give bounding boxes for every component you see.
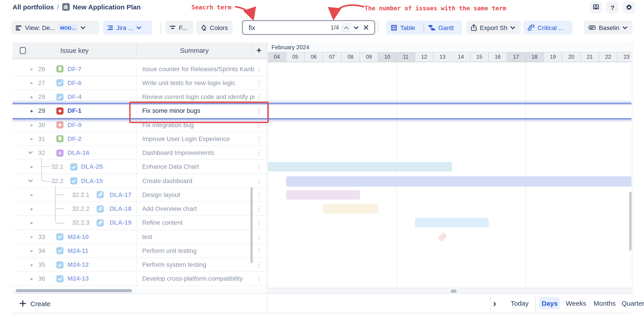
column-header-issue-key[interactable]: Issue key	[12, 43, 136, 59]
search-next-icon[interactable]	[351, 23, 361, 33]
issue-key-link[interactable]: M24-10	[68, 230, 89, 244]
today-button[interactable]: Today	[506, 294, 533, 313]
row-menu-icon[interactable]: ⋮	[254, 272, 264, 286]
zoom-level-days[interactable]: Days	[539, 297, 560, 309]
issue-key-link[interactable]: DLA-16	[68, 146, 90, 160]
expand-panel-button[interactable]: ›	[486, 294, 503, 313]
issue-key-link[interactable]: DF-1	[68, 104, 82, 118]
summary-cell[interactable]: Improve User Login Experience	[136, 132, 254, 146]
issue-key-link[interactable]: M24-13	[68, 272, 89, 286]
panel-divider[interactable]	[267, 43, 268, 293]
gantt-bar-DLA-18[interactable]	[323, 204, 378, 213]
help-icon[interactable]: ?	[606, 1, 618, 14]
row-menu-icon[interactable]: ⋮	[254, 174, 264, 188]
row-menu-icon[interactable]: ⋮	[254, 230, 264, 244]
search-close-icon[interactable]	[361, 23, 371, 33]
gantt-bar-DLA-15[interactable]	[286, 176, 632, 186]
gantt-bar-DLA-19[interactable]	[415, 218, 488, 228]
colors-button[interactable]: Colors	[196, 21, 232, 35]
summary-cell[interactable]: Refine content	[136, 216, 254, 230]
summary-cell[interactable]: Write unit tests for new login logic	[136, 76, 254, 90]
table-row-DLA-17[interactable]: 32.2.1DLA-17Design layout⋮	[12, 188, 267, 202]
table-row-DF-1[interactable]: 29DF-1Fix some minor bugs⋮	[12, 104, 267, 118]
row-menu-icon[interactable]: ⋮	[254, 160, 264, 174]
gantt-vscroll-thumb[interactable]	[629, 192, 632, 251]
gantt-bar-DLA-17[interactable]	[286, 190, 360, 200]
row-menu-icon[interactable]: ⋮	[254, 202, 264, 216]
summary-cell[interactable]: Add Overview chart	[136, 202, 254, 216]
filter-label: F...	[179, 24, 187, 31]
summary-cell[interactable]: Design layout	[136, 188, 254, 202]
issue-key-link[interactable]: DLA-25	[81, 160, 103, 174]
table-row-M24-10[interactable]: 33M24-10test⋮	[12, 230, 267, 244]
create-button[interactable]: Create	[20, 294, 50, 313]
table-view-button[interactable]: Table	[386, 21, 424, 35]
row-menu-icon[interactable]: ⋮	[254, 104, 264, 118]
summary-cell[interactable]: Issue counter for Releases/Sprints Kanba…	[136, 62, 254, 76]
table-hscroll-thumb[interactable]	[16, 289, 132, 292]
row-menu-icon[interactable]: ⋮	[254, 90, 264, 104]
table-row-DF-9[interactable]: 30DF-9Fix integration bug⋮	[12, 118, 267, 132]
issue-key-link[interactable]: M24-12	[68, 258, 89, 272]
issue-key-link[interactable]: DF-6	[68, 76, 82, 90]
summary-cell[interactable]: Dashboard Improvements	[136, 146, 254, 160]
jira-dropdown[interactable]: Jira ...	[103, 21, 152, 35]
table-row-DLA-18[interactable]: 32.2.2DLA-18Add Overview chart⋮	[12, 202, 267, 216]
zoom-level-quarters[interactable]: Quarters	[620, 294, 644, 313]
summary-cell[interactable]: test	[136, 230, 254, 244]
table-row-M24-11[interactable]: 34M24-11Perform unit testing⋮	[12, 244, 267, 258]
table-row-DF-2[interactable]: 31DF-2Improve User Login Experience⋮	[12, 132, 267, 146]
row-menu-icon[interactable]: ⋮	[254, 216, 264, 230]
issue-key-link[interactable]: DLA-17	[110, 188, 132, 202]
summary-cell[interactable]: Develop cross-platform compatibility	[136, 272, 254, 286]
issue-key-link[interactable]: DF-4	[68, 90, 82, 104]
baseline-dropdown[interactable]: Baselin	[584, 21, 632, 35]
issue-key-link[interactable]: DF-7	[68, 62, 82, 76]
row-menu-icon[interactable]: ⋮	[254, 146, 264, 160]
critical-path-button[interactable]: Critical ...	[523, 21, 572, 35]
table-row-DLA-19[interactable]: 32.2.3DLA-19Refine content⋮	[12, 216, 267, 230]
summary-cell[interactable]: Perform system testing	[136, 258, 254, 272]
issue-key-link[interactable]: M24-11	[68, 244, 88, 258]
issue-key-link[interactable]: DF-9	[68, 118, 82, 132]
issue-key-link[interactable]: DLA-18	[110, 202, 132, 216]
table-row-M24-13[interactable]: 36M24-13Develop cross-platform compatibi…	[12, 272, 267, 286]
table-row-M24-12[interactable]: 35M24-12Perform system testing⋮	[12, 258, 267, 272]
row-menu-icon[interactable]: ⋮	[254, 132, 264, 146]
table-row-DF-7[interactable]: 26DF-7Issue counter for Releases/Sprints…	[12, 62, 267, 76]
column-header-summary[interactable]: Summary	[136, 43, 252, 59]
issue-key-link[interactable]: DLA-15	[81, 174, 103, 188]
library-search-icon[interactable]	[590, 1, 602, 14]
add-column-button[interactable]: +	[252, 43, 266, 59]
milestone-diamond-M24-10[interactable]	[438, 232, 448, 242]
summary-cell[interactable]: Create dashboard	[136, 174, 254, 188]
zoom-level-months[interactable]: Months	[591, 294, 618, 313]
settings-gear-icon[interactable]	[623, 1, 635, 14]
summary-cell[interactable]: Fix some minor bugs	[136, 104, 254, 118]
zoom-level-weeks[interactable]: Weeks	[564, 294, 588, 313]
export-dropdown[interactable]: Export Sh	[466, 21, 521, 35]
row-menu-icon[interactable]: ⋮	[254, 244, 264, 258]
breadcrumb-all-portfolios[interactable]: All portfolios	[12, 3, 54, 11]
summary-cell[interactable]: Fix integration bug	[136, 118, 254, 132]
summary-cell[interactable]: Review current login code and identify p…	[136, 90, 254, 104]
row-menu-icon[interactable]: ⋮	[254, 118, 264, 132]
search-input[interactable]: fix 1/4	[242, 20, 375, 35]
issue-key-link[interactable]: DF-2	[68, 132, 82, 146]
view-dropdown[interactable]: View: De... MOD...	[11, 21, 99, 35]
gantt-bar-DLA-25[interactable]	[268, 162, 452, 172]
search-prev-icon[interactable]	[341, 23, 351, 33]
row-menu-icon[interactable]: ⋮	[254, 258, 264, 272]
table-vscroll-thumb[interactable]	[250, 187, 253, 263]
issue-key-link[interactable]: DLA-19	[110, 216, 132, 230]
filter-button[interactable]: F...	[166, 21, 193, 35]
row-menu-icon[interactable]: ⋮	[254, 76, 264, 90]
summary-cell[interactable]: Enhance Data Chart	[136, 160, 254, 174]
table-row-DF-6[interactable]: 27DF-6Write unit tests for new login log…	[12, 76, 267, 90]
row-menu-icon[interactable]: ⋮	[254, 188, 264, 202]
summary-cell[interactable]: Perform unit testing	[136, 244, 254, 258]
gantt-view-button[interactable]: Gantt	[424, 21, 462, 35]
gantt-hscroll-thumb[interactable]	[451, 289, 456, 292]
table-row-DF-4[interactable]: 28DF-4Review current login code and iden…	[12, 90, 267, 104]
row-menu-icon[interactable]: ⋮	[254, 62, 264, 76]
